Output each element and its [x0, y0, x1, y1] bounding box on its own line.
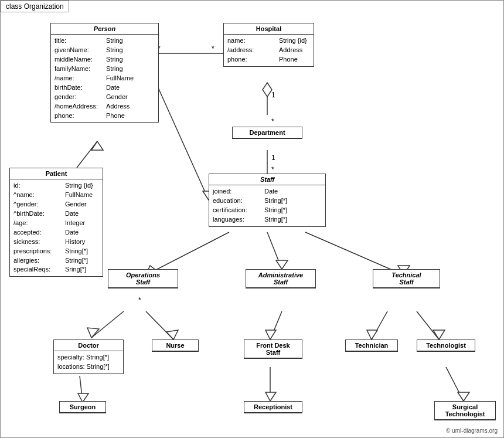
class-nurse: Nurse [152, 339, 199, 352]
class-front-desk: Front DeskStaff [244, 339, 302, 359]
class-staff: Staff joined:Date education:String[*] ce… [209, 174, 326, 227]
class-technologist: Technologist [417, 339, 475, 352]
class-staff-attrs: joined:Date education:String[*] certific… [209, 185, 325, 226]
svg-line-26 [270, 311, 282, 339]
class-receptionist-name: Receptionist [244, 402, 302, 413]
svg-text:*: * [138, 296, 141, 304]
class-hospital-name: Hospital [224, 23, 314, 35]
svg-line-30 [417, 311, 439, 339]
class-tech-staff-name: TechnicalStaff [373, 270, 440, 288]
svg-text:1: 1 [271, 91, 275, 99]
class-hospital-attrs: name:String {id} /address:Address phone:… [224, 35, 314, 66]
svg-marker-23 [87, 328, 99, 338]
class-hospital: Hospital name:String {id} /address:Addre… [223, 23, 314, 67]
svg-line-18 [267, 232, 282, 269]
svg-marker-37 [458, 392, 469, 401]
class-staff-name: Staff [209, 174, 325, 185]
svg-marker-27 [265, 330, 276, 339]
diagram-title: class Organization [1, 1, 69, 12]
svg-line-32 [80, 376, 83, 402]
class-person: Person title:String givenName:String mid… [50, 23, 159, 123]
svg-marker-35 [265, 392, 276, 401]
class-doctor-attrs: specialty: String[*] locations: String[*… [54, 351, 123, 374]
svg-marker-4 [263, 83, 272, 97]
class-person-attrs: title:String givenName:String middleName… [51, 35, 158, 122]
svg-marker-25 [166, 330, 178, 339]
svg-line-24 [146, 311, 173, 339]
class-ops-staff-name: OperationsStaff [108, 270, 178, 288]
class-surgical-tech-name: SurgicalTechnologist [435, 402, 495, 420]
class-technologist-name: Technologist [417, 340, 475, 351]
svg-line-10 [77, 141, 97, 168]
class-receptionist: Receptionist [244, 401, 302, 413]
class-surgical-tech: SurgicalTechnologist [434, 401, 496, 420]
svg-text:1: 1 [271, 154, 275, 162]
class-surgeon-name: Surgeon [60, 402, 105, 413]
class-department: Department [232, 127, 302, 139]
class-nurse-name: Nurse [152, 340, 198, 351]
class-technician: Technician [345, 339, 398, 352]
class-surgeon: Surgeon [59, 401, 106, 413]
class-person-name: Person [51, 23, 158, 35]
svg-marker-19 [276, 260, 288, 269]
svg-line-36 [446, 367, 464, 401]
svg-line-22 [91, 311, 124, 338]
svg-line-12 [156, 83, 209, 200]
class-ops-staff: OperationsStaff [108, 269, 178, 288]
class-admin-staff-name: AdministrativeStaff [246, 270, 315, 288]
svg-text:*: * [271, 165, 274, 174]
class-department-name: Department [233, 127, 302, 138]
class-doctor: Doctor specialty: String[*] locations: S… [53, 339, 124, 374]
svg-text:*: * [212, 45, 214, 53]
svg-marker-29 [367, 330, 377, 339]
class-patient-name: Patient [10, 168, 103, 179]
svg-marker-31 [433, 330, 445, 339]
class-patient-attrs: id:String {id} ^name:FullName ^gender:Ge… [10, 179, 103, 276]
class-technician-name: Technician [346, 340, 397, 351]
svg-line-28 [372, 311, 387, 339]
class-patient: Patient id:String {id} ^name:FullName ^g… [9, 168, 103, 277]
class-doctor-name: Doctor [54, 340, 123, 351]
diagram-container: class Organization * * 1 * 1 * * [0, 0, 504, 438]
class-front-desk-name: Front DeskStaff [244, 340, 302, 358]
svg-marker-11 [91, 141, 103, 150]
svg-text:*: * [271, 117, 274, 125]
copyright: © uml-diagrams.org [446, 427, 498, 434]
class-admin-staff: AdministrativeStaff [246, 269, 316, 288]
class-tech-staff: TechnicalStaff [373, 269, 440, 288]
